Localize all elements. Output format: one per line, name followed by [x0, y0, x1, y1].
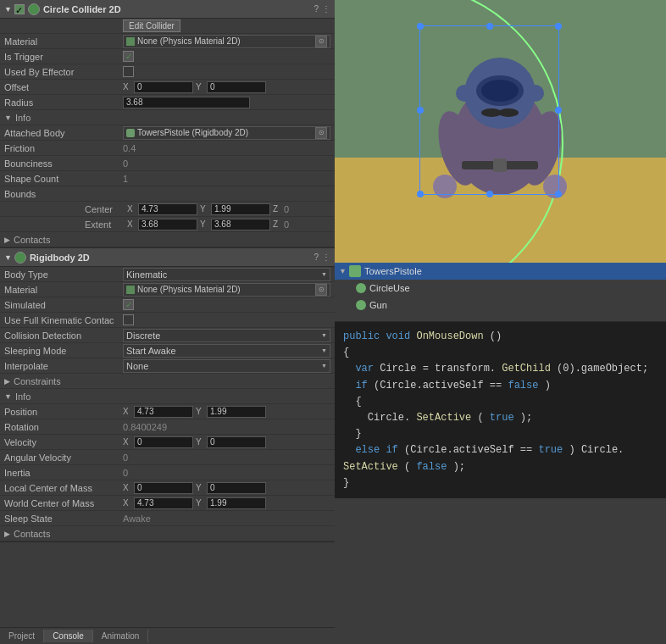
sleeping-mode-select[interactable]: Start Awake Never Sleep Start Asleep — [123, 344, 330, 358]
code-if2: if — [386, 444, 397, 456]
sleep-state-value: Awake — [123, 514, 330, 524]
bounds-center-z: 0 — [284, 204, 289, 214]
code-panel: public void OnMouseDown () { var Circle … — [335, 322, 666, 498]
cc-contacts-expand-icon: ▶ — [4, 236, 10, 244]
world-com-row: World Center of Mass X Y — [0, 496, 335, 511]
bounds-center-label: Center — [85, 204, 127, 214]
code-semicolon1: ); — [520, 412, 532, 424]
sleeping-mode-wrap: Start Awake Never Sleep Start Asleep — [123, 344, 330, 358]
velocity-x-input[interactable] — [134, 436, 193, 448]
edit-collider-row: Edit Collider — [0, 19, 335, 34]
bounds-center-row: Center X Y Z 0 — [0, 202, 335, 217]
rb-settings-icon[interactable]: ⋮ — [322, 253, 330, 262]
bounds-extent-z: 0 — [284, 219, 289, 230]
body-type-select[interactable]: Kinematic Dynamic Static — [123, 268, 330, 281]
simulated-checkbox[interactable]: ✓ — [123, 299, 134, 310]
rb-help-icon[interactable]: ? — [314, 253, 319, 262]
info-label: Info — [15, 113, 31, 123]
bounds-center-y-label: Y — [200, 204, 208, 214]
circle-collider-header[interactable]: ▼ ✓ Circle Collider 2D ? ⋮ — [0, 0, 335, 19]
rb-material-pick-button[interactable]: ⊙ — [315, 284, 327, 296]
position-x-input[interactable] — [134, 406, 193, 418]
code-line-6: Circle. SetActive ( true ); — [343, 410, 658, 426]
constraints-header[interactable]: ▶ Constraints — [0, 374, 335, 389]
code-condition2: (Circle.activeSelf == — [404, 444, 538, 456]
bounds-center-y[interactable] — [211, 203, 270, 215]
interpolate-wrap: None Interpolate Extrapolate — [123, 359, 330, 373]
bounds-extent-y-label: Y — [200, 219, 208, 229]
angular-velocity-label: Angular Velocity — [4, 452, 123, 463]
wcom-y-label: Y — [196, 498, 204, 508]
radius-input[interactable] — [123, 97, 250, 108]
hierarchy-label-towerspistole: TowersPistole — [364, 266, 422, 276]
tab-animation[interactable]: Animation — [93, 630, 148, 642]
full-kinematic-checkbox[interactable] — [123, 314, 134, 325]
offset-y-input[interactable] — [207, 81, 266, 93]
offset-x-input[interactable] — [134, 81, 193, 93]
constraints-expand-icon: ▶ — [4, 377, 10, 386]
rb-contacts-header[interactable]: ▶ Contacts — [0, 526, 335, 541]
material-icon — [126, 37, 135, 46]
help-icon[interactable]: ? — [314, 4, 319, 14]
simulated-label: Simulated — [4, 300, 123, 310]
is-trigger-checkbox[interactable]: ✓ — [123, 51, 134, 62]
rotation-value: 0.8400249 — [123, 422, 330, 432]
shape-count-label: Shape Count — [4, 174, 123, 184]
bounds-center-xyz: X Y Z 0 — [127, 203, 289, 215]
hierarchy-item-towerspistole[interactable]: ▼ TowersPistole — [335, 263, 666, 280]
code-if1: if — [355, 380, 367, 391]
hierarchy-label-circleuse: CircleUse — [369, 283, 410, 293]
used-by-effector-checkbox[interactable] — [123, 66, 134, 77]
body-type-row: Body Type Kinematic Dynamic Static — [0, 267, 335, 282]
rigidbody2d-header[interactable]: ▼ Rigidbody 2D ? ⋮ — [0, 248, 335, 267]
handle-bl — [417, 191, 424, 197]
info-section-header[interactable]: ▼ Info — [0, 110, 335, 125]
scene-viewport[interactable] — [335, 0, 666, 263]
tab-project[interactable]: Project — [0, 630, 44, 642]
bounds-extent-z-label: Z — [273, 219, 281, 229]
radius-label: Radius — [4, 97, 123, 108]
hierarchy-item-circleuse[interactable]: CircleUse — [335, 280, 666, 297]
local-com-label: Local Center of Mass — [4, 483, 123, 493]
sleep-state-label: Sleep State — [4, 514, 123, 524]
material-text: None (Physics Material 2D) — [137, 36, 314, 46]
world-com-y[interactable] — [207, 497, 266, 509]
world-com-label: World Center of Mass — [4, 498, 123, 508]
rb-contacts-expand-icon: ▶ — [4, 530, 10, 538]
shape-count-value: 1 — [123, 174, 330, 184]
vel-x-label: X — [123, 437, 131, 447]
material-value-wrap: None (Physics Material 2D) ⊙ — [123, 35, 330, 48]
bounds-center-x[interactable] — [138, 203, 197, 215]
world-com-x[interactable] — [134, 497, 193, 509]
interpolate-select[interactable]: None Interpolate Extrapolate — [123, 359, 330, 373]
attached-body-pick-button[interactable]: ⊙ — [315, 127, 327, 139]
collision-detection-select[interactable]: Discrete Continuous — [123, 329, 330, 342]
code-public: public — [343, 330, 380, 342]
local-com-x[interactable] — [134, 482, 193, 494]
bounds-center-x-label: X — [127, 204, 136, 214]
body-type-label: Body Type — [4, 269, 123, 280]
bounds-center-z-label: Z — [273, 204, 281, 214]
attached-body-wrap: TowersPistole (Rigidbody 2D) ⊙ — [123, 126, 330, 140]
tab-console[interactable]: Console — [44, 630, 93, 642]
cc-contacts-header[interactable]: ▶ Contacts — [0, 232, 335, 247]
bounds-extent-y[interactable] — [211, 219, 270, 230]
settings-icon[interactable]: ⋮ — [322, 4, 330, 14]
selection-box — [419, 25, 559, 195]
position-y-input[interactable] — [207, 406, 266, 418]
gameobject-icon — [349, 265, 361, 277]
component-enabled-checkbox[interactable]: ✓ — [14, 4, 25, 14]
edit-collider-button[interactable]: Edit Collider — [123, 19, 180, 32]
material-pick-button[interactable]: ⊙ — [315, 36, 327, 47]
right-panel: ▼ TowersPistole CircleUse Gun public voi… — [335, 0, 666, 644]
bounciness-value: 0 — [123, 158, 330, 169]
code-var: var — [355, 363, 374, 375]
angular-velocity-row: Angular Velocity 0 — [0, 450, 335, 465]
circleuse-icon — [356, 283, 366, 293]
bounds-extent-x[interactable] — [138, 219, 197, 230]
code-getchild: GetChild — [502, 363, 551, 375]
velocity-y-input[interactable] — [207, 436, 266, 448]
local-com-y[interactable] — [207, 482, 266, 494]
hierarchy-item-gun[interactable]: Gun — [335, 297, 666, 314]
rb-info-header[interactable]: ▼ Info — [0, 389, 335, 404]
